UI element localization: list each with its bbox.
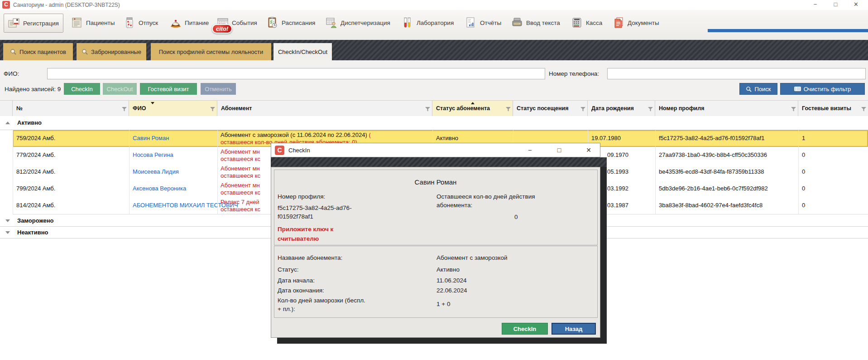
fio-input[interactable]	[47, 68, 545, 79]
column-header-label: Статус посещения	[517, 105, 569, 112]
ribbon-item-reports[interactable]: Отчёты	[461, 14, 505, 32]
column-separator	[217, 130, 218, 214]
row-guest-visits: 0	[802, 202, 805, 209]
clear-filter-button-label: Очистить фильтр	[804, 86, 851, 92]
window-title: Санаториум - admin (DESKTOP-3NBT22S)	[13, 2, 120, 8]
column-header-fio[interactable]: ФИО	[129, 101, 217, 116]
app-logo-icon: C	[275, 146, 284, 155]
dialog-minimize-button[interactable]: −	[523, 143, 537, 158]
filter-funnel-icon[interactable]	[580, 107, 585, 113]
search-button-label: Поиск	[754, 86, 771, 92]
column-separator	[798, 130, 799, 214]
filter-funnel-icon[interactable]	[210, 107, 215, 113]
phone-label: Номер телефона:	[549, 70, 599, 77]
fio-label: ФИО:	[4, 70, 19, 77]
column-header-visit-status[interactable]: Статус посещения	[513, 101, 588, 116]
row-fio-link[interactable]: Савин Роман	[133, 135, 169, 141]
column-header-subscription-status[interactable]: Статус абонемента	[432, 101, 513, 116]
column-header-subscription[interactable]: Абонемент	[217, 101, 432, 116]
ribbon-item-laboratory[interactable]: Лаборатория	[398, 14, 458, 32]
filter-funnel-icon[interactable]	[791, 107, 796, 113]
ribbon-item-label: Пациенты	[86, 19, 115, 26]
ribbon-item-documents[interactable]: Документы	[609, 14, 663, 32]
column-header-label: Гостевые визиты	[802, 105, 851, 112]
row-birthdate: 09.1970	[607, 151, 628, 158]
app-window: C Санаториум - admin (DESKTOP-3NBT22S) −…	[0, 0, 868, 360]
filter-funnel-icon[interactable]	[122, 107, 127, 113]
checkin-button[interactable]: CheckIn	[64, 83, 100, 95]
group-row-active[interactable]: Активно	[0, 116, 868, 130]
dispatcher-icon	[326, 17, 337, 29]
row-profile-number: 3ba83e3f-8bad-4602-97e4-faefd3fc4fc8	[659, 202, 762, 209]
cancel-button[interactable]: Отменить	[201, 83, 236, 95]
sort-asc-icon	[471, 102, 475, 104]
ribbon-item-registration[interactable]: Регистрация	[4, 14, 63, 33]
filter-funnel-icon[interactable]	[861, 107, 866, 113]
filter-funnel-icon[interactable]	[425, 107, 430, 113]
row-guest-visits: 1	[802, 135, 805, 141]
tab-patient-search[interactable]: Поиск пациентов	[3, 43, 73, 60]
group-collapse-icon[interactable]	[5, 122, 10, 124]
column-header-profile-number[interactable]: Номер профиля	[655, 101, 798, 116]
checkout-button[interactable]: CheckOut	[103, 83, 137, 95]
dialog-maximize-button[interactable]: □	[552, 143, 566, 158]
tab-loyalty-profiles-search[interactable]: Поиск профилей системы лояльности	[151, 43, 271, 60]
filter-funnel-icon[interactable]	[506, 107, 511, 113]
checkin-dialog-titlebar[interactable]: C CheckIn − □ ✕	[271, 143, 600, 157]
ribbon-item-label: Лаборатория	[417, 19, 454, 26]
window-controls: − □ ✕	[805, 0, 866, 10]
ribbon-item-dispatching[interactable]: Диспетчеризация	[321, 14, 394, 32]
row-subscription-line1: Абонемент с заморозкой (с 11.06.2024 по …	[221, 131, 367, 138]
registration-card-icon	[8, 17, 20, 29]
phone-input[interactable]	[607, 68, 866, 79]
group-row-label: Активно	[17, 116, 42, 130]
row-fio-link[interactable]: Аксенова Вероника	[133, 185, 186, 192]
dialog-close-button[interactable]: ✕	[582, 143, 595, 158]
search-button[interactable]: Поиск	[739, 83, 777, 95]
row-subscription-line1-red: (	[367, 131, 371, 138]
dialog-checkin-button[interactable]: CheckIn	[502, 323, 548, 335]
ribbon-item-vacation[interactable]: Отпуск	[120, 14, 162, 32]
group-row-label: Заморожено	[17, 215, 54, 226]
sort-desc-icon	[151, 102, 154, 104]
column-header-label: Номер профиля	[659, 105, 704, 112]
column-header-label: Абонемент	[221, 105, 252, 112]
maximize-button[interactable]: □	[825, 0, 846, 10]
row-fio-link[interactable]: Моисеева Лидия	[133, 168, 179, 175]
documents-icon	[613, 17, 624, 29]
end-date-value: 22.06.2024	[436, 286, 467, 295]
row-profile-number: 5db3de96-2b16-4ae1-beb6-0c7f592df982	[659, 185, 768, 192]
dialog-back-button[interactable]: Назад	[551, 323, 596, 335]
tab-reserved[interactable]: Забронированные	[77, 43, 146, 60]
row-fio-link[interactable]: Носова Регина	[133, 151, 173, 158]
ribbon-item-text-input[interactable]: Ввод текста	[507, 14, 564, 32]
row-num: 779/2024 Амб.	[16, 151, 55, 158]
column-header-num[interactable]: №	[13, 101, 129, 116]
ribbon-item-food[interactable]: Питание	[166, 14, 213, 32]
dialog-accent-strip	[271, 157, 607, 167]
tab-checkin-checkout[interactable]: CheckIn/CheckOut	[273, 43, 332, 60]
row-birthdate: 05.1993	[607, 168, 628, 175]
close-button[interactable]: ✕	[846, 0, 866, 10]
guest-visit-button[interactable]: Гостевой визит	[140, 83, 197, 95]
clear-filter-button[interactable]: Очистить фильтр	[780, 83, 865, 95]
minimize-button[interactable]: −	[805, 0, 825, 10]
cito-badge: cito!	[212, 24, 232, 34]
row-subscription-line1: Абонемент мн	[221, 165, 260, 172]
group-expand-icon[interactable]	[5, 231, 10, 234]
group-expand-icon[interactable]	[5, 219, 10, 222]
row-subscription-line1: Абонемент мн	[221, 148, 260, 155]
filter-funnel-icon[interactable]	[648, 107, 653, 113]
pills-jar-icon	[124, 17, 135, 29]
app-logo-icon: C	[2, 1, 10, 9]
ribbon-item-patients[interactable]: Пациенты	[67, 14, 119, 32]
column-header-birthdate[interactable]: Дата рождения	[588, 101, 655, 116]
records-found-text: Найдено записей: 9	[5, 86, 61, 92]
ribbon-item-schedules[interactable]: Расписания	[263, 14, 319, 32]
ribbon-item-label: Касса	[586, 19, 602, 26]
row-profile-number: f5c17275-3a82-4a25-ad76-f01592f78af1	[659, 135, 764, 141]
dialog-shadow	[600, 157, 607, 344]
ribbon-item-cashier[interactable]: Касса	[567, 14, 606, 32]
row-guest-visits: 0	[802, 151, 805, 158]
column-header-guest-visits[interactable]: Гостевые визиты	[798, 101, 868, 116]
